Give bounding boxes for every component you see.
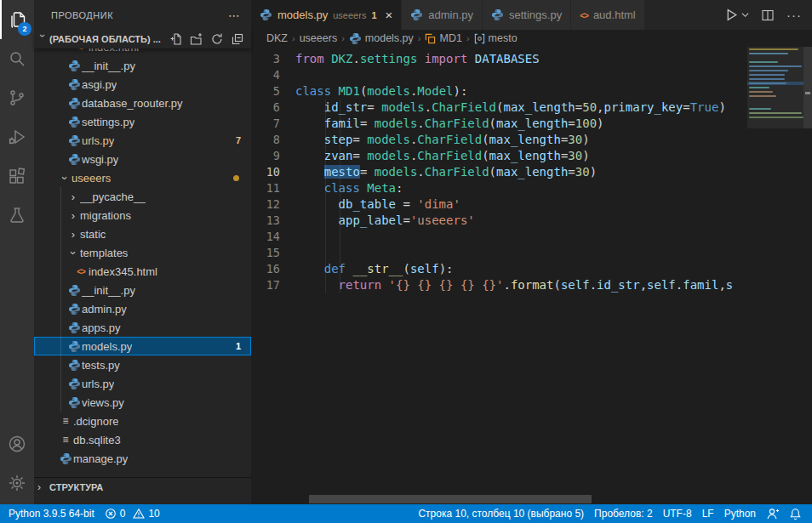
line-number: 12 <box>251 196 295 213</box>
run-button[interactable] <box>724 8 749 22</box>
breadcrumb-separator: › <box>465 33 472 43</box>
tab-aud.html[interactable]: <>aud.html <box>571 0 645 30</box>
tab-problems-badge: 1 <box>371 10 376 20</box>
close-tab-icon[interactable]: × <box>386 9 393 21</box>
outline-section-header[interactable]: › СТРУКТУРА <box>34 477 251 496</box>
html-icon: <> <box>73 48 89 52</box>
code-editor[interactable]: 3from DKZ.settings import DATABASES45cla… <box>251 47 812 504</box>
language-mode[interactable]: Python <box>719 504 761 523</box>
tree-item-label: db.sqlite3 <box>73 434 121 446</box>
tree-file-admin.py[interactable]: admin.py <box>34 299 251 318</box>
tree-file-views.py[interactable]: views.py <box>34 393 251 412</box>
vertical-scrollbar[interactable] <box>803 47 812 504</box>
collapse-all-icon[interactable] <box>231 32 244 46</box>
tree-file-models.py[interactable]: models.py1 <box>34 337 251 355</box>
editor-more-actions-icon[interactable]: ··· <box>786 8 802 22</box>
python-icon <box>66 284 82 297</box>
problems-indicator[interactable]: 0 10 <box>100 504 165 523</box>
notifications-bell-icon[interactable] <box>784 504 807 523</box>
tree-folder-useeers[interactable]: ›useeers <box>34 168 251 187</box>
tab-models.py[interactable]: models.pyuseeers1× <box>251 0 402 30</box>
python-icon <box>66 359 82 372</box>
tree-file-index345.html[interactable]: <>index345.html <box>34 262 251 281</box>
tree-file-.dcignore[interactable]: ≡.dcignore <box>34 412 251 430</box>
feedback-icon[interactable] <box>761 504 784 523</box>
tree-file-wsgi.py[interactable]: wsgi.py <box>34 150 251 168</box>
tree-file-settings.py[interactable]: settings.py <box>34 112 251 131</box>
source-control-icon[interactable] <box>0 78 34 117</box>
tree-file-__init__.py[interactable]: __init__.py <box>34 56 251 75</box>
indentation-setting[interactable]: Пробелов: 2 <box>589 504 658 523</box>
tree-item-label: manage.py <box>73 452 128 465</box>
code-line-4[interactable]: 4 <box>251 67 747 83</box>
testing-icon[interactable] <box>0 196 34 235</box>
tree-item-label: .dcignore <box>73 415 118 428</box>
account-icon[interactable] <box>0 424 34 463</box>
breadcrumb-item-useeers[interactable]: useeers <box>300 32 337 44</box>
tab-settings.py[interactable]: settings.py <box>483 0 571 30</box>
tree-item-label: static <box>80 228 106 241</box>
horizontal-scrollbar[interactable] <box>309 495 592 503</box>
tree-file-urls.py[interactable]: urls.py <box>34 374 251 393</box>
tree-file-__init__.py[interactable]: __init__.py <box>34 281 251 299</box>
tree-item-label: admin.py <box>82 303 127 316</box>
eol-setting[interactable]: LF <box>697 504 719 523</box>
cursor-position[interactable]: Строка 10, столбец 10 (выбрано 5) <box>413 504 589 523</box>
breadcrumb-item-mesto[interactable]: mesto <box>474 32 518 44</box>
settings-gear-icon[interactable] <box>0 463 34 503</box>
python-interpreter[interactable]: Python 3.9.5 64-bit <box>3 504 100 523</box>
tree-file-manage.py[interactable]: manage.py <box>34 449 251 468</box>
code-text: db_table = 'dima' <box>295 196 460 213</box>
tree-folder-__pycache__[interactable]: ›__pycache__ <box>34 187 251 206</box>
code-text: class MD1(models.Model): <box>295 83 467 99</box>
line-number: 4 <box>251 67 295 83</box>
problems-badge: 1 <box>236 341 241 351</box>
warning-count: 10 <box>148 508 159 520</box>
explorer-icon[interactable]: 2 <box>0 0 34 39</box>
tree-item-label: __init__.py <box>82 284 135 297</box>
tree-file-asgi.py[interactable]: asgi.py <box>34 75 251 94</box>
breadcrumb-label: DKZ <box>266 32 288 44</box>
line-number: 9 <box>251 148 295 164</box>
workspace-section-header[interactable]: › (РАБОЧАЯ ОБЛАСТЬ) ... <box>34 30 251 48</box>
encoding-setting[interactable]: UTF-8 <box>658 504 697 523</box>
line-number: 16 <box>251 261 295 277</box>
new-file-icon[interactable] <box>169 32 183 46</box>
html-icon: <> <box>580 9 588 21</box>
code-line-3[interactable]: 3from DKZ.settings import DATABASES <box>251 51 747 67</box>
breadcrumb-item-DKZ[interactable]: DKZ <box>266 32 288 44</box>
tree-item-label: __init__.py <box>82 60 135 72</box>
tree-folder-migrations[interactable]: ›migrations <box>34 206 251 225</box>
code-line-5[interactable]: 5class MD1(models.Model): <box>251 83 747 99</box>
new-folder-icon[interactable] <box>190 32 203 46</box>
tree-item-label: templates <box>80 247 128 259</box>
tree-file-urls.py[interactable]: urls.py7 <box>34 131 251 150</box>
breadcrumb-item-MD1[interactable]: MD1 <box>425 32 461 44</box>
search-icon[interactable] <box>0 39 34 78</box>
run-debug-icon[interactable] <box>0 117 34 156</box>
python-icon <box>66 116 82 128</box>
tree-file-db.sqlite3[interactable]: ≡db.sqlite3 <box>34 430 251 449</box>
tree-file-index.html[interactable]: <>index.html <box>34 48 251 56</box>
html-icon: <> <box>73 267 89 276</box>
tree-item-label: views.py <box>82 396 124 409</box>
error-icon <box>105 508 117 520</box>
tree-item-label: models.py <box>82 340 132 353</box>
line-number: 3 <box>251 51 295 67</box>
tab-admin.py[interactable]: admin.py <box>402 0 483 30</box>
tree-file-tests.py[interactable]: tests.py <box>34 355 251 374</box>
minimap-slider[interactable] <box>747 47 803 128</box>
extensions-icon[interactable] <box>0 156 34 196</box>
tree-file-apps.py[interactable]: apps.py <box>34 318 251 337</box>
tree-file-database_roouter.py[interactable]: database_roouter.py <box>34 94 251 112</box>
refresh-icon[interactable] <box>210 32 224 46</box>
tree-folder-static[interactable]: ›static <box>34 225 251 243</box>
tree-folder-templates[interactable]: ›templates <box>34 243 251 262</box>
tab-bar: models.pyuseeers1×admin.pysettings.py<>a… <box>251 0 812 30</box>
breadcrumb-item-models.py[interactable]: models.py <box>349 32 414 45</box>
python-icon <box>66 378 82 390</box>
explorer-more-actions-icon[interactable]: ⋯ <box>228 9 241 22</box>
split-editor-icon[interactable] <box>761 9 775 22</box>
tree-item-label: tests.py <box>82 359 120 372</box>
tree-item-label: asgi.py <box>82 78 117 91</box>
